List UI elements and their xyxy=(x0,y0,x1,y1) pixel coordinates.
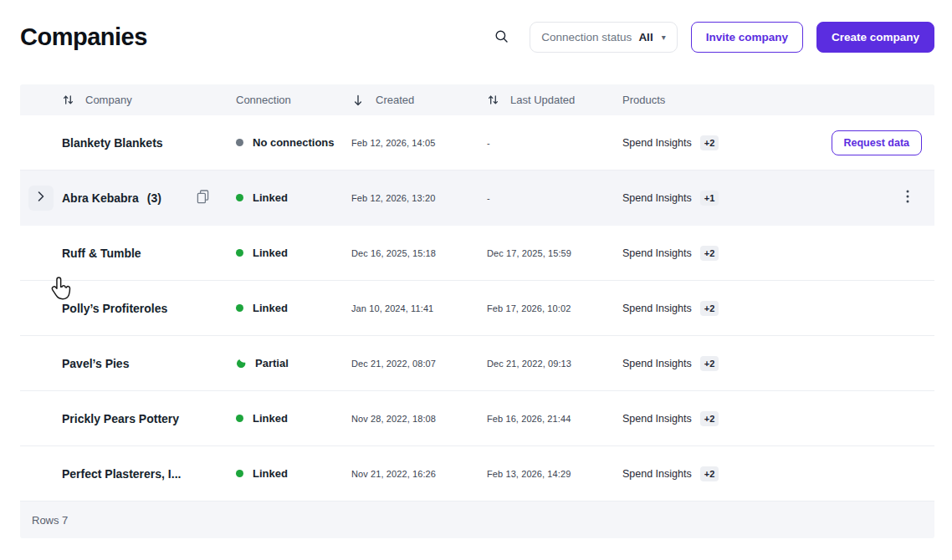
product-name: Spend Insights xyxy=(622,303,692,314)
page-title: Companies xyxy=(20,23,147,51)
expand-row-button[interactable] xyxy=(28,186,54,211)
column-label-company: Company xyxy=(85,94,132,106)
last-updated-date: Dec 21, 2022, 09:13 xyxy=(487,359,622,369)
copy-icon xyxy=(197,190,209,206)
connection-status-filter[interactable]: Connection status All ▾ xyxy=(530,22,677,53)
product-count-badge[interactable]: +2 xyxy=(700,466,719,481)
created-date: Feb 12, 2026, 13:20 xyxy=(351,193,487,203)
column-label-connection: Connection xyxy=(236,94,291,106)
product-name: Spend Insights xyxy=(622,137,692,149)
company-name[interactable]: Perfect Plasterers, I... xyxy=(62,467,181,481)
created-date: Dec 16, 2025, 15:18 xyxy=(351,248,487,258)
table-header-row: Company Connection Created Last Updated … xyxy=(20,84,934,115)
column-header-company[interactable]: Company xyxy=(62,94,236,106)
company-name[interactable]: Ruff & Tumble xyxy=(62,247,141,260)
request-data-button[interactable]: Request data xyxy=(832,130,923,155)
sort-updown-icon xyxy=(62,94,74,106)
connection-status: Linked xyxy=(253,467,288,480)
search-button[interactable] xyxy=(488,24,514,51)
sort-updown-icon xyxy=(487,94,499,106)
partial-crescent-icon xyxy=(234,357,248,370)
company-name[interactable]: Abra Kebabra xyxy=(62,191,139,205)
column-label-created: Created xyxy=(376,94,414,106)
product-count-badge[interactable]: +1 xyxy=(700,191,719,206)
column-label-products: Products xyxy=(622,94,665,106)
filter-value: All xyxy=(638,31,653,43)
last-updated-date: Feb 13, 2026, 14:29 xyxy=(487,469,622,479)
last-updated-date: - xyxy=(487,193,622,203)
status-dot-icon xyxy=(236,194,243,201)
company-count: (3) xyxy=(147,191,161,205)
status-dot-icon xyxy=(236,470,243,477)
row-menu-button[interactable] xyxy=(901,186,914,209)
table-row[interactable]: Pavel’s Pies Partial Dec 21, 2022, 08:07… xyxy=(20,336,934,391)
column-header-last-updated[interactable]: Last Updated xyxy=(487,94,622,106)
filter-label: Connection status xyxy=(541,31,632,43)
column-header-products: Products xyxy=(622,94,773,106)
connection-status: Linked xyxy=(253,412,288,425)
product-name: Spend Insights xyxy=(622,358,692,369)
product-name: Spend Insights xyxy=(622,413,692,425)
chevron-right-icon xyxy=(34,190,48,206)
company-name[interactable]: Polly’s Profiteroles xyxy=(62,302,167,315)
table-row[interactable]: Polly’s Profiteroles Linked Jan 10, 2024… xyxy=(20,281,934,336)
created-date: Feb 12, 2026, 14:05 xyxy=(351,138,487,148)
table-footer: Rows 7 xyxy=(20,501,934,538)
created-date: Nov 28, 2022, 18:08 xyxy=(351,414,487,424)
product-name: Spend Insights xyxy=(622,468,692,480)
product-count-badge[interactable]: +2 xyxy=(700,246,719,261)
table-row[interactable]: Prickly Pears Pottery Linked Nov 28, 202… xyxy=(20,391,934,446)
invite-company-button[interactable]: Invite company xyxy=(691,22,803,53)
kebab-menu-icon xyxy=(906,193,909,206)
status-dot-icon xyxy=(236,415,243,422)
table-row[interactable]: Abra Kebabra (3) Linked Feb 12, 2026, 13… xyxy=(20,171,934,226)
company-name[interactable]: Prickly Pears Pottery xyxy=(62,412,179,425)
created-date: Dec 21, 2022, 08:07 xyxy=(351,359,487,369)
product-count-badge[interactable]: +2 xyxy=(700,135,719,150)
product-count-badge[interactable]: +2 xyxy=(700,301,719,316)
chevron-down-icon: ▾ xyxy=(662,33,666,42)
product-count-badge[interactable]: +2 xyxy=(700,411,719,426)
table-row[interactable]: Perfect Plasterers, I... Linked Nov 21, … xyxy=(20,446,934,501)
table-row[interactable]: Blankety Blankets No connections Feb 12,… xyxy=(20,115,934,171)
table-row[interactable]: Ruff & Tumble Linked Dec 16, 2025, 15:18… xyxy=(20,226,934,281)
product-count-badge[interactable]: +2 xyxy=(700,356,719,371)
column-label-last-updated: Last Updated xyxy=(510,94,575,106)
sort-down-icon xyxy=(351,94,365,107)
toolbar: Connection status All ▾ Invite company C… xyxy=(488,22,934,53)
column-header-connection[interactable]: Connection xyxy=(236,94,351,106)
connection-status: No connections xyxy=(253,136,335,149)
last-updated-date: Feb 17, 2026, 10:02 xyxy=(487,303,622,313)
rows-count: Rows 7 xyxy=(32,514,68,527)
connection-status: Linked xyxy=(253,247,288,259)
connection-status: Partial xyxy=(255,357,289,369)
last-updated-date: Feb 16, 2026, 21:44 xyxy=(487,414,622,424)
status-dot-icon xyxy=(236,249,243,257)
product-name: Spend Insights xyxy=(622,247,692,259)
companies-table: Company Connection Created Last Updated … xyxy=(20,84,934,538)
company-name[interactable]: Blankety Blankets xyxy=(62,136,163,150)
copy-button[interactable] xyxy=(197,190,209,206)
last-updated-date: - xyxy=(487,138,622,148)
created-date: Nov 21, 2022, 16:26 xyxy=(351,469,487,479)
create-company-button[interactable]: Create company xyxy=(816,22,934,53)
search-icon xyxy=(494,29,509,46)
column-header-created[interactable]: Created xyxy=(351,94,487,107)
last-updated-date: Dec 17, 2025, 15:59 xyxy=(487,248,622,258)
connection-status: Linked xyxy=(253,302,288,314)
page-header: Companies Connection status All ▾ Invite… xyxy=(20,22,934,53)
connection-status: Linked xyxy=(253,191,288,204)
status-dot-icon xyxy=(236,139,243,146)
status-dot-icon xyxy=(236,304,243,312)
product-name: Spend Insights xyxy=(622,192,692,204)
company-name[interactable]: Pavel’s Pies xyxy=(62,357,129,370)
created-date: Jan 10, 2024, 11:41 xyxy=(351,303,487,313)
